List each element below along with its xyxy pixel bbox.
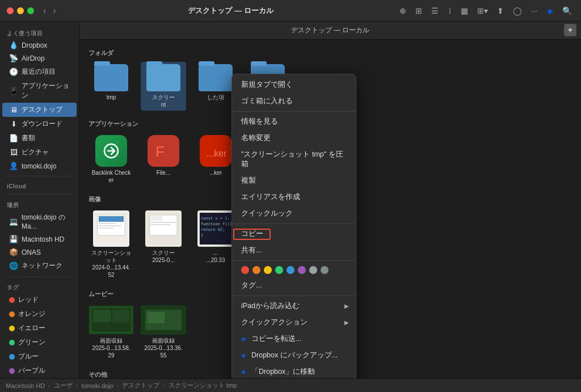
sidebar-item-tag-green[interactable]: グリーン xyxy=(2,335,77,349)
cm-duplicate[interactable]: 複製 xyxy=(232,172,356,189)
statusbar-sep-2: › xyxy=(76,382,78,389)
app-backlink[interactable]: Backlink Checker xyxy=(89,133,134,186)
svg-rect-15 xyxy=(151,224,171,225)
sidebar-item-pictures-label: ピクチャ xyxy=(22,147,49,157)
tag-purple-dot[interactable] xyxy=(298,266,306,274)
dropbox-icon[interactable]: ◈ xyxy=(545,5,555,16)
statusbar-screenshot[interactable]: スクリーンショット tmp xyxy=(169,381,237,390)
frequent-section-label: よく使う項目 xyxy=(0,26,79,39)
share-icon[interactable]: ⬆ xyxy=(495,5,506,16)
svg-text:return 42;: return 42; xyxy=(201,227,225,232)
app-backlink-label: Backlink Checker xyxy=(91,169,132,184)
maximize-button[interactable] xyxy=(27,7,34,14)
tag-icon[interactable]: ◯ xyxy=(511,5,524,16)
add-tab-button[interactable]: + xyxy=(564,24,576,36)
cm-dropbox-move[interactable]: ◈ 「Dropbox」に移動 xyxy=(232,364,356,378)
cm-duplicate-label: 複製 xyxy=(241,176,256,186)
cm-copy[interactable]: コピー xyxy=(232,226,356,242)
sidebar-item-airdrop[interactable]: 📡 AirDrop xyxy=(2,52,77,65)
sidebar-item-downloads[interactable]: ⬇ ダウンロード xyxy=(2,117,77,131)
gallery-icon[interactable]: ▦ xyxy=(458,5,470,16)
folder-screenshot[interactable]: スクリーnt xyxy=(141,62,186,111)
movie-2-label: 画面収録2025-0...13.36.55 xyxy=(143,337,184,359)
folders-section-header: フォルダ xyxy=(89,49,572,57)
movie-2[interactable]: 画面収録2025-0...13.36.55 xyxy=(141,303,186,361)
minimize-button[interactable] xyxy=(17,7,24,14)
cm-copy-to[interactable]: ◈ コピーを転送... xyxy=(232,331,356,347)
cm-alias[interactable]: エイリアスを作成 xyxy=(232,189,356,205)
view-options-icon[interactable]: ⊞▾ xyxy=(475,5,490,16)
columns-icon[interactable]: ⫶ xyxy=(445,5,454,16)
statusbar-sep-1: › xyxy=(48,382,50,389)
context-menu: 新規タブで開く ゴミ箱に入れる 情報を見る 名称変更 "スクリーンショット tm… xyxy=(231,74,356,378)
statusbar-macintosh-hd[interactable]: Macintosh HD xyxy=(6,382,45,389)
cm-info[interactable]: 情報を見る xyxy=(232,113,356,130)
image-thumb-1 xyxy=(93,210,129,247)
cm-quicklook[interactable]: クイックルック xyxy=(232,205,356,222)
image-1[interactable]: スクリーンショット2024-0...13.44.52 xyxy=(89,208,134,281)
cm-tags[interactable]: タグ... xyxy=(232,277,356,294)
cm-share[interactable]: 共有... xyxy=(232,242,356,259)
sidebar-divider-1 xyxy=(5,176,74,176)
movie-1[interactable]: 画面収録2025-0...13.58.29 xyxy=(89,303,134,361)
more-icon[interactable]: ··· xyxy=(529,5,540,16)
sidebar-item-applications[interactable]: 📱 アプリケーション xyxy=(2,79,77,103)
sidebar-item-tag-blue[interactable]: ブルー xyxy=(2,349,77,364)
sidebar-item-pictures[interactable]: 🖼 ピクチャ xyxy=(2,145,77,159)
tag-green-dot[interactable] xyxy=(275,266,283,274)
sidebar-item-tag-yellow-label: イエロー xyxy=(18,323,45,333)
nav-arrows: ‹ › xyxy=(41,5,58,17)
sidebar-item-tomoki[interactable]: 👤 tomoki.dojo xyxy=(2,159,77,172)
grid-icon[interactable]: ⊞ xyxy=(413,5,424,16)
sidebar-item-tomoki-ma[interactable]: 💻 tomoki.dojo のMa... xyxy=(2,210,77,233)
sidebar-item-desktop[interactable]: 🖥 デスクトップ xyxy=(2,103,77,117)
sidebar-item-dropbox[interactable]: 💧 Dropbox xyxy=(2,39,77,52)
tag-gray1-dot[interactable] xyxy=(309,266,317,274)
tag-gray2-dot[interactable] xyxy=(321,266,329,274)
sidebar-item-tag-red[interactable]: レッド xyxy=(2,293,77,307)
cm-trash[interactable]: ゴミ箱に入れる xyxy=(232,93,356,109)
close-button[interactable] xyxy=(7,7,14,14)
sidebar-item-tomoki-ma-label: tomoki.dojo のMa... xyxy=(22,213,70,230)
sidebar-item-onas[interactable]: 📦 ONAS xyxy=(2,246,77,259)
statusbar-desktop[interactable]: デスクトップ xyxy=(122,381,159,390)
cm-dropbox-backup[interactable]: ◈ Dropbox にバックアップ... xyxy=(232,347,356,364)
sidebar-item-tag-purple[interactable]: パープル xyxy=(2,364,77,378)
wifi-icon[interactable]: ⊕ xyxy=(397,5,409,16)
tag-yellow-dot[interactable] xyxy=(264,266,272,274)
cm-quick-actions[interactable]: クイックアクション ▶ xyxy=(232,314,356,331)
mac-icon: 💻 xyxy=(9,217,18,226)
app-file-label: File... xyxy=(157,169,170,176)
statusbar-sep-3: › xyxy=(117,382,119,389)
network-icon: 🌐 xyxy=(9,262,18,270)
forward-button[interactable]: › xyxy=(50,5,58,17)
backlink-icon xyxy=(95,135,127,167)
tag-red-dot[interactable] xyxy=(241,266,249,274)
sidebar-item-airdrop-label: AirDrop xyxy=(22,54,45,62)
statusbar-user[interactable]: ユーザ xyxy=(54,381,73,390)
svg-text:F: F xyxy=(155,143,165,160)
cm-open-new-tab[interactable]: 新規タブで開く xyxy=(232,77,356,93)
app-file[interactable]: F File... xyxy=(141,133,186,186)
tag-blue-dot[interactable] xyxy=(287,266,294,274)
list-icon[interactable]: ☰ xyxy=(429,5,441,16)
cm-ipad-import[interactable]: iPadから読み込む ▶ xyxy=(232,298,356,314)
back-button[interactable]: ‹ xyxy=(41,5,48,17)
cm-rename[interactable]: 名称変更 xyxy=(232,130,356,146)
search-icon[interactable]: 🔍 xyxy=(560,5,574,16)
sidebar-item-tag-orange[interactable]: オレンジ xyxy=(2,307,77,321)
folder-tmp[interactable]: tmp xyxy=(89,62,134,111)
sidebar-item-tag-yellow[interactable]: イエロー xyxy=(2,321,77,335)
tag-orange-dot[interactable] xyxy=(252,266,260,274)
sidebar-item-network[interactable]: 🌐 ネットワーク xyxy=(2,259,77,273)
image-2[interactable]: スクリー2025-0... xyxy=(141,208,186,281)
sidebar-item-recent[interactable]: 🕐 最近の項目 xyxy=(2,65,77,79)
sidebar-item-documents[interactable]: 📄 書類 xyxy=(2,131,77,145)
svg-text:}: } xyxy=(201,233,203,238)
sidebar-item-macintosh-hd[interactable]: 💾 Macintosh HD xyxy=(2,233,77,246)
sidebar-item-macintosh-hd-label: Macintosh HD xyxy=(22,235,64,243)
airdrop-icon: 📡 xyxy=(9,54,18,62)
statusbar-tomoki[interactable]: tomoki.dojo xyxy=(81,382,113,389)
cm-compress[interactable]: "スクリーンショット tmp" を圧箱 xyxy=(232,146,356,172)
cm-tags-label: タグ... xyxy=(241,281,262,290)
